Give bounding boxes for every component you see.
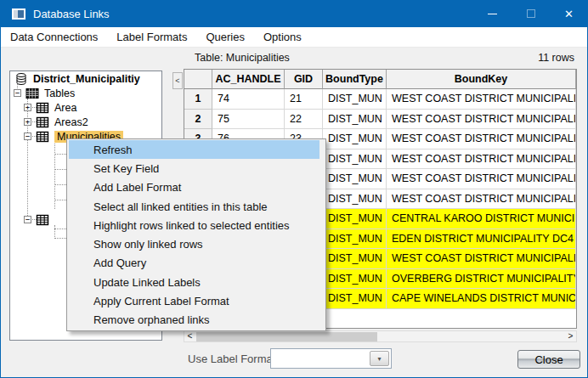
horizontal-scrollbar[interactable]: < >	[184, 330, 577, 342]
tables-grid-icon	[25, 87, 39, 100]
cell-bound-key[interactable]: CAPE WINELANDS DISTRICT MUNICIPALITY D	[387, 289, 576, 309]
minimize-button[interactable]	[473, 0, 512, 27]
tree-connector-line	[54, 154, 66, 155]
cell-bound-type[interactable]: DIST_MUN	[323, 209, 387, 229]
database-icon	[14, 72, 28, 86]
cell-bound-type[interactable]: DIST_MUN	[323, 229, 387, 250]
cell-bound-type[interactable]: DIST_MUN	[323, 169, 387, 189]
context-menu-item-add-label-format[interactable]: Add Label Format	[69, 178, 319, 197]
cell-bound-type[interactable]: DIST_MUN	[323, 150, 387, 170]
cell-bound-type[interactable]: DIST_MUN	[323, 129, 387, 150]
menubar-item-options[interactable]: Options	[254, 31, 311, 43]
cell-bound-key[interactable]: CENTRAL KAROO DISTRICT MUNICIPALITY DC	[387, 209, 576, 229]
cell-ac-handle[interactable]: 74	[212, 89, 285, 110]
maximize-icon	[527, 9, 535, 18]
scrollbar-thumb[interactable]	[196, 332, 377, 341]
title-bar: Database Links ✕	[0, 0, 588, 27]
column-header-AC_HANDLE[interactable]: AC_HANDLE	[212, 70, 285, 89]
cell-bound-type[interactable]: DIST_MUN	[323, 289, 387, 309]
tree-node-label: Areas2	[54, 116, 88, 128]
context-menu-item-label: Remove orphaned links	[93, 313, 210, 326]
menubar-item-data-connections[interactable]: Data Connections	[1, 31, 107, 43]
close-button[interactable]: Close	[517, 350, 580, 369]
column-header-BoundType[interactable]: BoundType	[323, 70, 387, 89]
column-header-BoundKey[interactable]: BoundKey	[387, 70, 576, 89]
scroll-left-icon[interactable]: <	[184, 331, 195, 341]
cell-bound-key[interactable]: WEST COAST DISTRICT MUNICIPALITY DC1	[387, 110, 576, 130]
context-menu-item-add-query[interactable]: Add Query	[69, 254, 319, 273]
tree-root-datasource[interactable]: District_Municipalitiy	[10, 72, 161, 85]
context-menu-item-select-all-linked-entities-in-this-table[interactable]: Select all linked entities in this table	[69, 197, 319, 216]
context-menu-item-update-linked-labels[interactable]: Update Linked Labels	[69, 273, 319, 291]
table-icon	[36, 101, 49, 115]
maximize-button[interactable]	[512, 0, 550, 27]
cell-bound-key[interactable]: WEST COAST DISTRICT MUNICIPALITY DC1	[387, 169, 576, 189]
context-menu-item-label: Highlight rows linked to selected entiti…	[93, 219, 290, 232]
cell-bound-type[interactable]: DIST_MUN	[323, 269, 387, 290]
column-header-row-number[interactable]	[184, 70, 212, 89]
tree-expander[interactable]: −	[14, 89, 21, 97]
table-caption: Table: Municipalities	[195, 52, 290, 64]
column-header-GID[interactable]: GID	[285, 70, 323, 89]
label-format-combobox[interactable]: ▾	[270, 348, 392, 369]
table-row[interactable]: 27522DIST_MUNWEST COAST DISTRICT MUNICIP…	[184, 110, 576, 130]
combobox-dropdown-button[interactable]: ▾	[370, 351, 389, 366]
close-window-button[interactable]: ✕	[550, 0, 588, 27]
context-menu-item-apply-current-label-format[interactable]: Apply Current Label Format	[69, 291, 319, 310]
tree-expander[interactable]: −	[24, 133, 31, 140]
context-menu-item-label: Apply Current Label Format	[93, 295, 229, 307]
tree-node-label: Area	[54, 102, 76, 114]
close-button-label: Close	[534, 353, 563, 366]
cell-bound-type[interactable]: DIST_MUN	[323, 249, 387, 269]
cell-gid[interactable]: 21	[285, 89, 323, 110]
context-menu-item-highlight-rows-linked-to-selected-entities[interactable]: Highlight rows linked to selected entiti…	[69, 216, 319, 234]
tree-node-label: Tables	[44, 87, 75, 99]
context-menu-item-remove-orphaned-links[interactable]: Remove orphaned links	[69, 311, 319, 330]
cell-bound-key[interactable]: EDEN DISTRICT MUNICIPALITY DC4	[387, 229, 576, 250]
context-menu-item-show-only-linked-rows[interactable]: Show only linked rows	[69, 234, 319, 253]
tree-expander[interactable]: +	[24, 118, 31, 126]
scroll-right-icon[interactable]: >	[565, 331, 576, 341]
tree-expander[interactable]: +	[24, 104, 31, 111]
tree-connector-line	[54, 184, 66, 185]
database-links-window: Database Links ✕ Data ConnectionsLabel F…	[0, 0, 588, 378]
row-number[interactable]: 1	[184, 89, 212, 110]
chevron-down-icon: ▾	[377, 355, 381, 363]
tree-connector-line	[54, 169, 66, 170]
cell-gid[interactable]: 22	[285, 110, 323, 130]
tree-node-tables[interactable]: −Tables	[10, 87, 161, 99]
tree-connector-line	[54, 238, 66, 239]
tree-connector-line	[54, 228, 66, 229]
table-icon	[36, 213, 49, 227]
tree-expander[interactable]: −	[24, 216, 31, 223]
table-icon	[36, 130, 49, 144]
table-row[interactable]: 17421DIST_MUNWEST COAST DISTRICT MUNICIP…	[184, 89, 576, 110]
row-number[interactable]: 2	[184, 110, 212, 130]
menubar-item-queries[interactable]: Queries	[196, 31, 254, 43]
cell-bound-key[interactable]: WEST COAST DISTRICT MUNICIPALITY DC1	[387, 189, 576, 210]
app-window-icon	[12, 8, 25, 20]
close-icon: ✕	[564, 8, 574, 20]
context-menu-item-refresh[interactable]: Refresh	[69, 140, 319, 159]
cell-bound-key[interactable]: WEST COAST DISTRICT MUNICIPALITY DC1	[387, 249, 576, 269]
row-count-label: 11 rows	[538, 52, 574, 64]
context-menu-item-set-key-field[interactable]: Set Key Field	[69, 159, 319, 178]
cell-bound-key[interactable]: OVERBERG DISTRICT MUNICIPALITY DC3	[387, 269, 576, 290]
cell-bound-key[interactable]: WEST COAST DISTRICT MUNICIPALITY DC1	[387, 150, 576, 170]
table-icon	[36, 116, 49, 129]
cell-bound-type[interactable]: DIST_MUN	[323, 110, 387, 130]
cell-bound-type[interactable]: DIST_MUN	[323, 189, 387, 210]
collapse-tree-button[interactable]: <	[172, 72, 183, 89]
cell-bound-key[interactable]: WEST COAST DISTRICT MUNICIPALITY DC1	[387, 129, 576, 150]
cell-bound-key[interactable]: WEST COAST DISTRICT MUNICIPALITY DC1	[387, 89, 576, 110]
minimize-icon	[488, 14, 497, 14]
context-menu-item-label: Show only linked rows	[93, 238, 203, 251]
cell-ac-handle[interactable]: 75	[212, 110, 285, 130]
menu-bar: Data ConnectionsLabel FormatsQueriesOpti…	[1, 27, 587, 48]
menubar-item-label-formats[interactable]: Label Formats	[107, 31, 196, 43]
tree-node-area[interactable]: +Area	[10, 101, 161, 114]
tree-node-areas2[interactable]: +Areas2	[10, 116, 161, 128]
context-menu-item-label: Set Key Field	[93, 162, 159, 175]
cell-bound-type[interactable]: DIST_MUN	[323, 89, 387, 110]
context-menu-item-label: Select all linked entities in this table	[93, 200, 268, 213]
